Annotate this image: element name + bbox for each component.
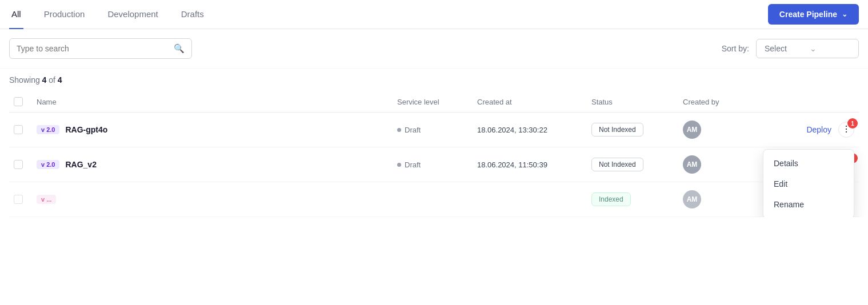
header-created-by: Created by	[683, 98, 786, 106]
header-created-at: Created at	[477, 98, 591, 106]
row1-status-dot	[397, 128, 401, 132]
table-header: Name Service level Created at Status Cre…	[9, 91, 859, 113]
row2-avatar: AM	[683, 155, 701, 174]
row1-deploy-button[interactable]: Deploy	[806, 125, 831, 134]
row2-name-cell: v 2.0 RAG_v2	[37, 160, 397, 169]
table-container: Name Service level Created at Status Cre…	[0, 91, 868, 217]
search-icon: 🔍	[174, 43, 185, 54]
tab-drafts[interactable]: Drafts	[179, 0, 206, 29]
row1-service-level: Draft	[397, 126, 477, 134]
showing-current: 4	[42, 75, 47, 85]
table-row: v ... Indexed AM	[9, 182, 859, 217]
showing-of: of	[49, 75, 58, 85]
row1-service-level-text: Draft	[405, 126, 421, 134]
row2-service-level-text: Draft	[405, 160, 421, 169]
dropdown-menu: Details Edit Rename	[763, 149, 854, 217]
header-status: Status	[591, 98, 683, 106]
showing-bar: Showing 4 of 4	[0, 69, 868, 91]
search-box: 🔍	[9, 38, 192, 59]
showing-total: 4	[58, 75, 62, 85]
row2-checkbox[interactable]	[14, 160, 23, 169]
header-checkbox-cell	[14, 97, 37, 106]
row1-pipeline-name: RAG-gpt4o	[65, 125, 107, 134]
search-input[interactable]	[17, 44, 169, 53]
dropdown-item-rename[interactable]: Rename	[763, 194, 854, 215]
create-pipeline-button[interactable]: Create Pipeline ⌄	[768, 4, 859, 25]
header-service-level: Service level	[397, 98, 477, 106]
row3-name-cell: v ...	[37, 195, 397, 204]
row2-checkbox-cell	[14, 160, 37, 169]
row2-status-cell: Not Indexed	[591, 158, 683, 171]
select-all-checkbox[interactable]	[14, 97, 23, 106]
row3-version-badge: v ...	[37, 195, 56, 204]
row3-status-cell: Indexed	[591, 192, 683, 206]
dropdown-item-edit[interactable]: Edit	[763, 174, 854, 194]
sort-select[interactable]: Select ⌄	[756, 39, 859, 58]
search-sort-bar: 🔍 Sort by: Select ⌄	[0, 29, 868, 69]
showing-text: Showing	[9, 75, 40, 85]
tabs-bar: All Production Development Drafts Create…	[0, 0, 868, 29]
row1-more-container: ︙ 1 Details Edit Rename	[838, 122, 854, 138]
tab-development[interactable]: Development	[105, 0, 160, 29]
header-name: Name	[37, 98, 397, 106]
dropdown-item-details[interactable]: Details	[763, 153, 854, 174]
row2-created-at: 18.06.2024, 11:50:39	[477, 160, 591, 169]
row1-actions-cell: Deploy ︙ 1 Details Edit Rename	[786, 122, 854, 138]
row1-created-at: 18.06.2024, 13:30:22	[477, 126, 591, 134]
chevron-down-icon: ⌄	[842, 10, 847, 18]
row3-status-badge: Indexed	[591, 192, 631, 206]
chevron-down-icon: ⌄	[810, 44, 850, 53]
row3-checkbox-cell	[14, 195, 37, 204]
sort-label: Sort by:	[722, 44, 749, 53]
row3-avatar: AM	[683, 190, 701, 208]
row1-status-badge: Not Indexed	[591, 123, 643, 137]
table-row: v 2.0 RAG_v2 Draft 18.06.2024, 11:50:39 …	[9, 147, 859, 182]
row3-checkbox[interactable]	[14, 195, 23, 204]
create-pipeline-label: Create Pipeline	[779, 10, 837, 19]
row2-version-badge: v 2.0	[37, 160, 59, 169]
tab-production[interactable]: Production	[42, 0, 87, 29]
row1-status-cell: Not Indexed	[591, 123, 683, 137]
table-row: v 2.0 RAG-gpt4o Draft 18.06.2024, 13:30:…	[9, 113, 859, 147]
row1-checkbox[interactable]	[14, 125, 23, 134]
row1-created-by-cell: AM	[683, 121, 786, 139]
row1-avatar: AM	[683, 121, 701, 139]
row1-checkbox-cell	[14, 125, 37, 134]
row2-pipeline-name: RAG_v2	[65, 160, 96, 169]
row1-name-cell: v 2.0 RAG-gpt4o	[37, 125, 397, 134]
tab-all[interactable]: All	[9, 0, 23, 29]
row1-notif-badge: 1	[847, 118, 858, 129]
row2-service-level: Draft	[397, 160, 477, 169]
sort-select-value: Select	[765, 44, 805, 53]
row1-version-badge: v 2.0	[37, 125, 59, 134]
row2-status-badge: Not Indexed	[591, 158, 643, 171]
row2-status-dot	[397, 163, 401, 167]
